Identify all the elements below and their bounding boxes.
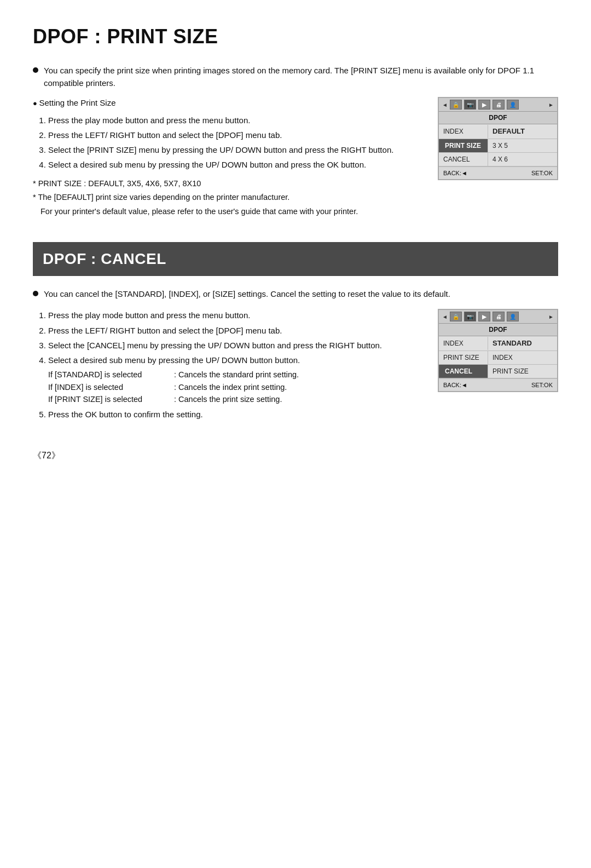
cam-label-printsize: PRINT SIZE: [439, 139, 488, 152]
cam-icon-bar: ◄ 🔒 📷 ▶ 🖨 👤 ►: [439, 98, 557, 112]
list-item: Select a desired sub menu by pressing th…: [48, 354, 421, 406]
cam-dpof-label-2: DPOF: [439, 324, 557, 336]
print-size-content: ● Setting the Print Size Press the play …: [33, 97, 558, 220]
print-size-instructions: ● Setting the Print Size Press the play …: [33, 97, 421, 220]
camera-screen: ◄ 🔒 📷 ▶ 🖨 👤 ► DPOF INDEX DEFAULT PRINT S…: [438, 97, 558, 180]
cam2-value-index: INDEX: [488, 351, 557, 364]
play-icon-2: ▶: [478, 312, 490, 321]
cancel-condition-1: If [STANDARD] is selected : Cancels the …: [48, 369, 421, 381]
cam-icon-bar-2: ◄ 🔒 📷 ▶ 🖨 👤 ►: [439, 310, 557, 324]
note-3: For your printer's default value, please…: [40, 206, 421, 218]
cam-bottom-bar: BACK:◄ SET:OK: [439, 166, 557, 180]
list-item: Select the [PRINT SIZE] menu by pressing…: [48, 143, 421, 156]
cam-label-cancel: CANCEL: [439, 153, 488, 166]
cancel-section: DPOF : CANCEL You can cancel the [STANDA…: [33, 242, 558, 427]
list-item: Select the [CANCEL] menu by pressing the…: [48, 339, 421, 352]
cam2-label-printsize: PRINT SIZE: [439, 351, 488, 364]
bullet-icon-2: [33, 291, 38, 296]
cam2-set-label: SET:OK: [531, 381, 553, 390]
dpof-icon: 📷: [464, 100, 476, 110]
page-number: 《72》: [33, 449, 558, 462]
cam2-row-index: INDEX STANDARD: [439, 336, 557, 351]
cam-value-4x6: 4 X 6: [488, 153, 557, 166]
cam-row-printsize: PRINT SIZE 3 X 5: [439, 139, 557, 153]
note-2: * The [DEFAULT] print size varies depend…: [33, 192, 421, 204]
setting-label: ● Setting the Print Size: [33, 97, 421, 110]
left-arrow-icon-2: ◄: [442, 313, 448, 321]
cancel-intro: You can cancel the [STANDARD], [INDEX], …: [44, 288, 450, 301]
cam-bottom-bar-2: BACK:◄ SET:OK: [439, 378, 557, 392]
cancel-if-conditions: If [STANDARD] is selected : Cancels the …: [48, 369, 421, 405]
cam-set-label: SET:OK: [531, 169, 553, 178]
cam-label-index: INDEX: [439, 125, 488, 138]
cancel-content: Press the play mode button and press the…: [33, 309, 558, 427]
list-item: Press the play mode button and press the…: [48, 309, 421, 321]
print-icon-2: 🖨: [493, 312, 505, 321]
cam-value-3x5: 3 X 5: [488, 139, 557, 152]
print-size-title: DPOF : PRINT SIZE: [33, 22, 558, 51]
list-item: Press the LEFT/ RIGHT button and select …: [48, 324, 421, 337]
dpof-icon-2: 📷: [464, 312, 476, 321]
left-arrow-icon: ◄: [442, 101, 448, 109]
print-size-camera-ui: ◄ 🔒 📷 ▶ 🖨 👤 ► DPOF INDEX DEFAULT PRINT S…: [438, 97, 558, 180]
person-icon-2: 👤: [507, 312, 519, 321]
play-icon: ▶: [478, 100, 490, 110]
cam2-row-printsize: PRINT SIZE INDEX: [439, 351, 557, 365]
cam2-back-label: BACK:◄: [443, 381, 467, 390]
lock-icon: 🔒: [450, 100, 462, 110]
print-size-intro: You can specify the print size when prin…: [44, 65, 558, 89]
cam-dpof-label: DPOF: [439, 112, 557, 124]
list-item: Select a desired sub menu by pressing th…: [48, 158, 421, 171]
cancel-steps: Press the play mode button and press the…: [48, 309, 421, 421]
right-arrow-icon-2: ►: [548, 313, 554, 321]
cam2-label-cancel: CANCEL: [439, 365, 488, 378]
cam2-row-cancel: CANCEL PRINT SIZE: [439, 365, 557, 378]
cancel-instructions: Press the play mode button and press the…: [33, 309, 421, 427]
cam-row-cancel: CANCEL 4 X 6: [439, 153, 557, 166]
cancel-camera-ui: ◄ 🔒 📷 ▶ 🖨 👤 ► DPOF INDEX STANDARD PRINT …: [438, 309, 558, 392]
cam-row-index: INDEX DEFAULT: [439, 124, 557, 139]
cancel-condition-2: If [INDEX] is selected : Cancels the ind…: [48, 381, 421, 393]
cam2-label-index: INDEX: [439, 337, 488, 350]
print-icon: 🖨: [493, 100, 505, 110]
right-arrow-icon: ►: [548, 101, 554, 109]
person-icon: 👤: [507, 100, 519, 110]
list-item: Press the LEFT/ RIGHT button and select …: [48, 129, 421, 141]
lock-icon-2: 🔒: [450, 312, 462, 321]
cam2-value-printsize: PRINT SIZE: [488, 365, 557, 378]
cam-back-label: BACK:◄: [443, 169, 467, 178]
print-size-section: DPOF : PRINT SIZE You can specify the pr…: [33, 22, 558, 220]
note-1: * PRINT SIZE : DEFAULT, 3X5, 4X6, 5X7, 8…: [33, 178, 421, 190]
bullet-icon: [33, 67, 38, 73]
print-size-steps: Press the play mode button and press the…: [48, 114, 421, 171]
list-item: Press the OK button to confirm the setti…: [48, 408, 421, 421]
cam-value-default: DEFAULT: [488, 124, 557, 139]
cancel-header: DPOF : CANCEL: [33, 242, 558, 276]
camera-screen-2: ◄ 🔒 📷 ▶ 🖨 👤 ► DPOF INDEX STANDARD PRINT …: [438, 309, 558, 392]
list-item: Press the play mode button and press the…: [48, 114, 421, 127]
cam2-value-standard: STANDARD: [488, 336, 557, 350]
cancel-condition-3: If [PRINT SIZE] is selected : Cancels th…: [48, 393, 421, 405]
